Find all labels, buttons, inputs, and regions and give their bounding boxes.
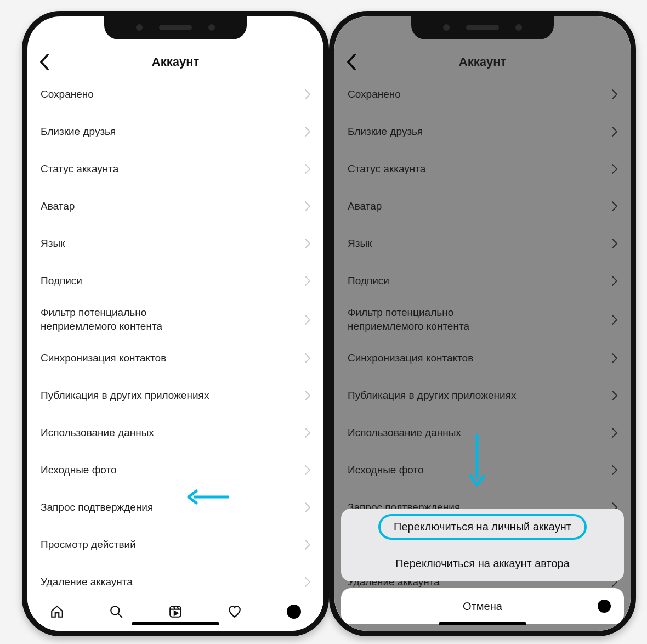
chevron-right-icon (305, 276, 310, 286)
row-account-status[interactable]: Статус аккаунта (27, 150, 324, 188)
option-label: Переключиться на аккаунт автора (395, 557, 570, 570)
row-avatar[interactable]: Аватар (27, 188, 324, 225)
option-switch-creator[interactable]: Переключиться на аккаунт автора (341, 545, 624, 581)
action-sheet-options: Переключиться на личный аккаунт Переключ… (341, 509, 624, 581)
row-sync-contacts[interactable]: Синхронизация контактов (27, 340, 324, 377)
chevron-right-icon (305, 540, 310, 550)
row-publish-other-apps[interactable]: Публикация в других приложениях (27, 377, 324, 414)
option-label: Переключиться на личный аккаунт (378, 514, 587, 540)
cancel-button[interactable]: Отмена (341, 588, 624, 624)
avatar-icon (598, 600, 611, 613)
row-activity[interactable]: Просмотр действий (27, 526, 324, 563)
tab-search[interactable] (109, 604, 124, 619)
row-label: Фильтр потенциально неприемлемого контен… (41, 306, 162, 333)
home-indicator[interactable] (439, 622, 526, 625)
row-label: Удаление аккаунта (41, 575, 133, 589)
tab-activity[interactable] (227, 604, 242, 619)
chevron-left-icon (39, 54, 49, 70)
stage: ВИВОСС Аккаунт Сохранено Близкие друзья … (0, 0, 647, 644)
annotation-arrow-left (186, 488, 230, 506)
avatar-icon (287, 605, 301, 619)
chevron-right-icon (305, 89, 310, 99)
row-content-filter[interactable]: Фильтр потенциально неприемлемого контен… (27, 300, 324, 340)
row-saved[interactable]: Сохранено (27, 76, 324, 113)
back-button[interactable] (35, 53, 54, 71)
side-button (329, 187, 330, 230)
chevron-right-icon (305, 502, 310, 512)
svg-point-0 (111, 606, 119, 614)
chevron-right-icon (305, 428, 310, 438)
page-title: Аккаунт (152, 55, 199, 69)
row-label: Подписи (41, 274, 82, 288)
row-data-usage[interactable]: Использование данных (27, 414, 324, 451)
notch (104, 15, 247, 39)
chevron-right-icon (305, 353, 310, 363)
row-label: Просмотр действий (41, 538, 136, 552)
row-label: Язык (41, 237, 65, 251)
chevron-right-icon (305, 164, 310, 174)
annotation-arrow-down (466, 433, 488, 488)
cancel-label: Отмена (463, 600, 502, 613)
side-button (22, 132, 23, 176)
heart-icon (228, 605, 242, 619)
tab-profile[interactable] (286, 604, 302, 619)
row-original-photos[interactable]: Исходные фото (27, 451, 324, 489)
action-sheet-cancel-group: Отмена (341, 588, 624, 624)
notch (411, 15, 554, 39)
phone-left: Аккаунт Сохранено Близкие друзья Статус … (22, 11, 329, 636)
option-switch-personal[interactable]: Переключиться на личный аккаунт (341, 509, 624, 545)
row-label: Синхронизация контактов (41, 352, 166, 365)
settings-list[interactable]: Сохранено Близкие друзья Статус аккаунта… (27, 76, 324, 592)
svg-line-1 (118, 613, 122, 618)
side-button (22, 187, 23, 230)
side-button (329, 99, 330, 121)
side-button (635, 143, 636, 203)
row-label: Публикация в других приложениях (41, 389, 209, 403)
chevron-right-icon (305, 201, 310, 211)
home-indicator[interactable] (132, 622, 219, 625)
row-label: Аватар (41, 200, 75, 213)
row-label: Исходные фото (41, 464, 117, 477)
row-verification[interactable]: Запрос подтверждения (27, 489, 324, 526)
row-captions[interactable]: Подписи (27, 262, 324, 300)
row-label: Статус аккаунта (41, 162, 118, 176)
row-label: Запрос подтверждения (41, 501, 153, 515)
action-sheet: Переключиться на личный аккаунт Переключ… (341, 509, 624, 624)
chevron-right-icon (305, 127, 310, 137)
tab-reels[interactable] (168, 604, 183, 619)
chevron-right-icon (305, 239, 310, 248)
search-icon (109, 605, 123, 619)
row-label: Сохранено (41, 88, 94, 101)
chevron-right-icon (305, 391, 310, 400)
side-button (329, 132, 330, 176)
row-label: Использование данных (41, 426, 154, 440)
screen: Аккаунт Сохранено Близкие друзья Статус … (27, 16, 324, 631)
row-close-friends[interactable]: Близкие друзья (27, 113, 324, 150)
row-label: Близкие друзья (41, 125, 116, 139)
row-delete-account[interactable]: Удаление аккаунта (27, 563, 324, 592)
chevron-right-icon (305, 577, 310, 587)
reels-icon (168, 605, 183, 619)
side-button (22, 99, 23, 121)
tab-home[interactable] (49, 604, 65, 619)
home-icon (50, 605, 64, 619)
row-language[interactable]: Язык (27, 225, 324, 262)
chevron-right-icon (305, 315, 310, 325)
chevron-right-icon (305, 465, 310, 475)
phone-right: Аккаунт Сохранено Близкие друзья Статус … (329, 11, 636, 636)
